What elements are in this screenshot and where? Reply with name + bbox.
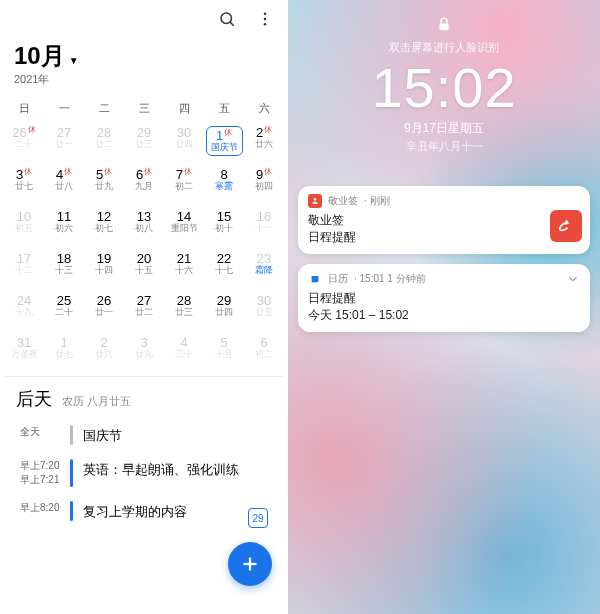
weekday-header: 三 [124,95,164,122]
calendar-cell[interactable]: 22十七 [204,248,244,290]
event-bar [70,459,73,487]
calendar-cell[interactable]: 17十二 [4,248,44,290]
notif-title: 日程提醒 [308,290,580,307]
event-time: 早上8:20 [20,501,68,521]
notif-time: · 刚刚 [364,194,390,208]
calendar-icon [308,272,322,286]
svg-point-8 [314,198,317,201]
calendar-cell[interactable]: 6九月 [124,164,164,206]
weekday-header: 日 [4,95,44,122]
chevron-down-icon[interactable] [566,272,580,290]
lockscreen-pane: 双击屏幕进行人脸识别 15:02 9月17日星期五 辛丑年八月十一 敬业签· 刚… [288,0,600,614]
event-item[interactable]: 早上7:20早上7:21英语：早起朗诵、强化训练 [16,459,272,487]
calendar-cell[interactable]: 2廿六 [244,122,284,164]
calendar-cell[interactable]: 7初二 [164,164,204,206]
notif-body: 日程提醒 [308,229,580,246]
calendar-cell[interactable]: 28廿二 [84,122,124,164]
allday-item[interactable]: 国庆节 [83,425,122,445]
weekday-header: 四 [164,95,204,122]
calendar-cell[interactable]: 1国庆节 [204,122,244,164]
calendar-cell[interactable]: 25二十 [44,290,84,332]
event-bar [70,501,73,521]
month-label: 10月 [14,40,65,72]
lock-lunar-date: 辛丑年八月十一 [288,139,600,154]
calendar-cell[interactable]: 8寒露 [204,164,244,206]
today-badge[interactable]: 29 [248,508,268,528]
calendar-pane: 10月 ▼ 2021年 日一二三四五六 26二十27廿一28廿二29廿三30廿四… [0,0,288,614]
notification-card[interactable]: 敬业签· 刚刚敬业签日程提醒 [298,186,590,254]
calendar-cell[interactable]: 30廿五 [244,290,284,332]
lock-date: 9月17日星期五 [288,120,600,137]
calendar-grid: 日一二三四五六 26二十27廿一28廿二29廿三30廿四1国庆节2廿六3廿七4廿… [4,95,284,374]
today-label: 后天 [16,387,52,411]
search-icon[interactable] [218,10,236,32]
month-selector[interactable]: 10月 ▼ [4,36,284,72]
event-item[interactable]: 早上8:20复习上学期的内容 [16,501,272,521]
year-label: 2021年 [4,72,284,95]
weekday-header: 二 [84,95,124,122]
svg-rect-7 [440,24,449,31]
calendar-cell[interactable]: 14重阳节 [164,206,204,248]
calendar-cell[interactable]: 20十五 [124,248,164,290]
notif-time: · 15:01 1 分钟前 [354,272,426,286]
calendar-cell[interactable]: 26廿一 [84,290,124,332]
notif-app-name: 日历 [328,272,348,286]
event-bar [70,425,73,445]
calendar-cell[interactable]: 26二十 [4,122,44,164]
calendar-cell[interactable]: 11初六 [44,206,84,248]
event-title: 英语：早起朗诵、强化训练 [83,459,239,487]
calendar-cell[interactable]: 5十月 [204,332,244,374]
calendar-cell[interactable]: 27廿一 [44,122,84,164]
calendar-cell[interactable]: 18十三 [44,248,84,290]
calendar-cell[interactable]: 24十九 [4,290,44,332]
svg-point-2 [264,12,267,15]
calendar-cell[interactable]: 16十一 [244,206,284,248]
event-title: 复习上学期的内容 [83,501,187,521]
jingyeqian-app-icon [550,210,582,242]
calendar-cell[interactable]: 1廿七 [44,332,84,374]
notification-card[interactable]: 日历· 15:01 1 分钟前日程提醒今天 15:01 – 15:02 [298,264,590,332]
svg-rect-10 [312,276,319,278]
weekday-header: 五 [204,95,244,122]
chevron-down-icon: ▼ [65,55,83,72]
calendar-cell[interactable]: 27廿二 [124,290,164,332]
allday-label: 全天 [20,425,68,445]
weekday-header: 一 [44,95,84,122]
lock-hint: 双击屏幕进行人脸识别 [288,40,600,55]
svg-line-1 [230,22,233,25]
calendar-cell[interactable]: 9初四 [244,164,284,206]
calendar-cell[interactable]: 21十六 [164,248,204,290]
today-sublabel: 农历 八月廿五 [62,394,131,411]
jingyeqian-icon [308,194,322,208]
calendar-cell[interactable]: 29廿四 [204,290,244,332]
calendar-cell[interactable]: 30廿四 [164,122,204,164]
svg-point-3 [264,18,267,21]
svg-point-0 [221,13,232,24]
calendar-cell[interactable]: 2廿八 [84,332,124,374]
calendar-cell[interactable]: 12初七 [84,206,124,248]
calendar-cell[interactable]: 5廿九 [84,164,124,206]
event-time: 早上7:20早上7:21 [20,459,68,487]
more-icon[interactable] [256,10,274,32]
calendar-cell[interactable]: 23霜降 [244,248,284,290]
calendar-cell[interactable]: 6初二 [244,332,284,374]
calendar-cell[interactable]: 3廿九 [124,332,164,374]
calendar-cell[interactable]: 28廿三 [164,290,204,332]
lock-clock: 15:02 [288,59,600,118]
calendar-cell[interactable]: 3廿七 [4,164,44,206]
notif-body: 今天 15:01 – 15:02 [308,307,580,324]
calendar-cell[interactable]: 15初十 [204,206,244,248]
notif-app-name: 敬业签 [328,194,358,208]
add-event-button[interactable] [228,542,272,586]
notif-title: 敬业签 [308,212,580,229]
calendar-cell[interactable]: 29廿三 [124,122,164,164]
calendar-cell[interactable]: 4三十 [164,332,204,374]
lock-icon[interactable] [288,16,600,38]
calendar-cell[interactable]: 31万圣夜 [4,332,44,374]
calendar-cell[interactable]: 13初八 [124,206,164,248]
calendar-cell[interactable]: 4廿八 [44,164,84,206]
calendar-cell[interactable]: 19十四 [84,248,124,290]
weekday-header: 六 [244,95,284,122]
calendar-cell[interactable]: 10初五 [4,206,44,248]
svg-point-4 [264,23,267,26]
